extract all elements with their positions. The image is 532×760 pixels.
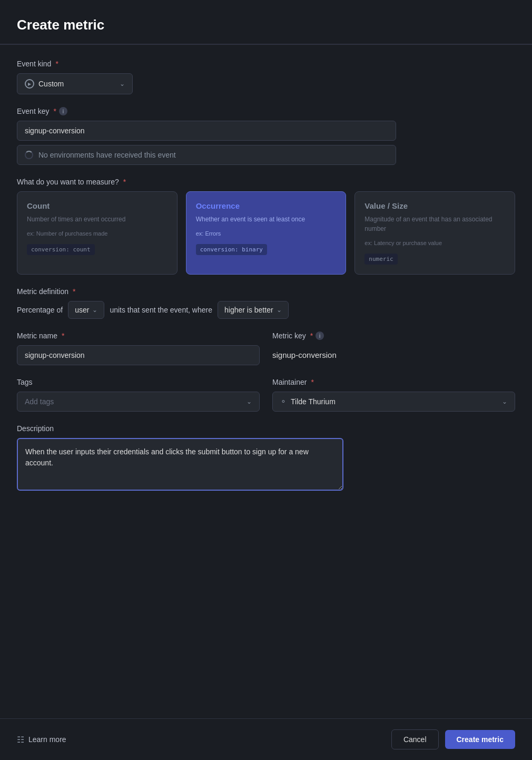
- page-header: Create metric: [0, 0, 532, 44]
- measure-card-occurrence[interactable]: Occurrence Whether an event is seen at l…: [186, 191, 347, 275]
- required-star-6: *: [310, 332, 313, 340]
- units-sent-text: units that sent the event, where: [110, 306, 212, 314]
- required-star-4: *: [73, 287, 75, 296]
- count-card-example: ex: Number of purchases made: [27, 230, 168, 237]
- cancel-button[interactable]: Cancel: [391, 729, 439, 749]
- value-size-card-desc: Magnitude of an event that has an associ…: [364, 215, 505, 233]
- footer-buttons: Cancel Create metric: [391, 729, 515, 749]
- count-card-badge: conversion: count: [27, 244, 95, 255]
- event-key-input[interactable]: [17, 121, 396, 141]
- direction-chevron-icon: ⌄: [277, 306, 282, 314]
- value-size-card-example: ex: Latency or purchase value: [364, 240, 505, 246]
- tags-placeholder: Add tags: [25, 397, 54, 406]
- event-kind-dropdown[interactable]: ▶ Custom ⌄: [17, 73, 133, 94]
- tags-dropdown[interactable]: Add tags ⌄: [17, 392, 260, 412]
- metric-key-info-icon[interactable]: i: [316, 332, 324, 340]
- direction-select[interactable]: higher is better ⌄: [218, 301, 289, 319]
- tags-label: Tags: [17, 378, 260, 386]
- value-size-card-badge: numeric: [364, 254, 397, 265]
- measure-card-value-size[interactable]: Value / Size Magnitude of an event that …: [354, 191, 515, 275]
- metric-name-label: Metric name *: [17, 332, 260, 340]
- tags-chevron-icon: ⌄: [247, 398, 252, 405]
- no-env-message: No environments have received this event: [38, 151, 176, 159]
- measure-cards-container: Count Number of times an event occurred …: [17, 191, 515, 275]
- measure-card-count[interactable]: Count Number of times an event occurred …: [17, 191, 178, 275]
- event-kind-label: Event kind *: [17, 60, 515, 68]
- direction-value: higher is better: [224, 306, 273, 314]
- description-section: Description When the user inputs their c…: [17, 424, 515, 492]
- description-textarea[interactable]: When the user inputs their credentials a…: [17, 438, 343, 491]
- value-size-card-title: Value / Size: [364, 201, 505, 210]
- maintainer-col: Maintainer * ⚬ Tilde Thurium ⌄: [272, 378, 515, 412]
- measure-label: What do you want to measure? *: [17, 178, 515, 186]
- custom-event-icon: ▶: [25, 79, 34, 89]
- required-star-3: *: [123, 178, 126, 186]
- required-star-2: *: [53, 107, 56, 115]
- doc-icon: ☷: [17, 735, 24, 745]
- metric-key-value: signup-conversion: [272, 345, 515, 365]
- metric-key-label: Metric key * i: [272, 332, 515, 340]
- occurrence-card-title: Occurrence: [196, 201, 337, 210]
- metric-name-col: Metric name *: [17, 332, 260, 365]
- user-icon: ⚬: [280, 397, 287, 406]
- metric-def-row: Percentage of user ⌄ units that sent the…: [17, 301, 515, 319]
- event-key-section: Event key * i No environments have recei…: [17, 107, 515, 165]
- event-kind-section: Event kind * ▶ Custom ⌄: [17, 60, 515, 94]
- metric-definition-section: Metric definition * Percentage of user ⌄…: [17, 287, 515, 319]
- required-star-5: *: [62, 332, 64, 340]
- event-key-info-icon[interactable]: i: [59, 107, 67, 115]
- unit-value: user: [75, 306, 89, 314]
- create-metric-button[interactable]: Create metric: [445, 730, 516, 749]
- spinner-icon: [25, 151, 33, 159]
- maintainer-dropdown[interactable]: ⚬ Tilde Thurium ⌄: [272, 392, 515, 412]
- event-key-label: Event key * i: [17, 107, 515, 115]
- main-content: Event kind * ▶ Custom ⌄ Event key * i No…: [0, 45, 532, 718]
- no-env-banner: No environments have received this event: [17, 145, 396, 165]
- metric-def-label: Metric definition *: [17, 287, 515, 296]
- maintainer-chevron-icon: ⌄: [502, 398, 507, 405]
- chevron-down-icon: ⌄: [120, 80, 125, 87]
- learn-more-text: Learn more: [28, 735, 66, 744]
- learn-more-link[interactable]: ☷ Learn more: [17, 735, 66, 745]
- maintainer-label: Maintainer *: [272, 378, 515, 386]
- maintainer-value: Tilde Thurium: [291, 397, 336, 406]
- footer: ☷ Learn more Cancel Create metric: [0, 718, 532, 760]
- unit-select[interactable]: user ⌄: [68, 301, 104, 319]
- occurrence-card-badge: conversion: binary: [196, 244, 267, 255]
- tags-maintainer-section: Tags Add tags ⌄ Maintainer * ⚬ Tilde Thu…: [17, 378, 515, 412]
- metric-name-input[interactable]: [17, 345, 260, 365]
- required-star: *: [55, 60, 58, 68]
- metric-name-key-section: Metric name * Metric key * i signup-conv…: [17, 332, 515, 365]
- description-label: Description: [17, 424, 515, 433]
- occurrence-card-example: ex: Errors: [196, 230, 337, 237]
- measure-section: What do you want to measure? * Count Num…: [17, 178, 515, 275]
- tags-col: Tags Add tags ⌄: [17, 378, 260, 412]
- event-kind-value: Custom: [38, 80, 64, 88]
- unit-chevron-icon: ⌄: [92, 306, 97, 314]
- count-card-title: Count: [27, 201, 168, 210]
- percentage-of-text: Percentage of: [17, 306, 63, 314]
- occurrence-card-desc: Whether an event is seen at least once: [196, 215, 337, 224]
- metric-key-col: Metric key * i signup-conversion: [272, 332, 515, 365]
- count-card-desc: Number of times an event occurred: [27, 215, 168, 224]
- required-star-7: *: [311, 378, 313, 386]
- page-title: Create metric: [17, 17, 515, 33]
